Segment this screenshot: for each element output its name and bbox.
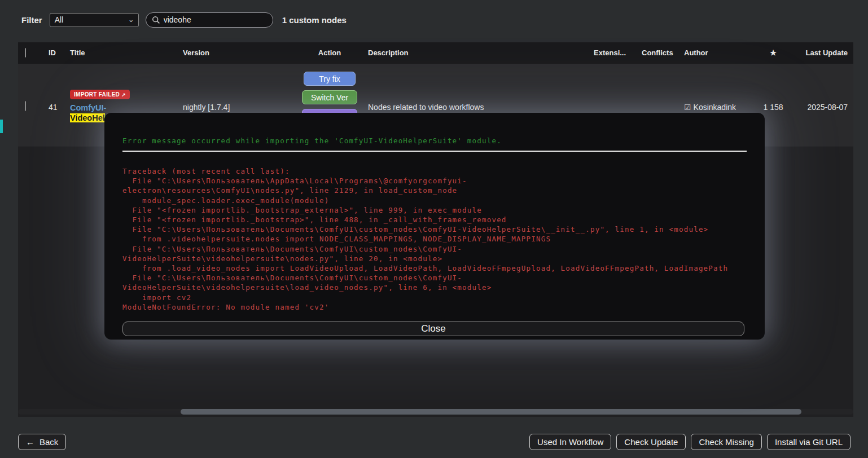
column-header-author: Author	[684, 49, 708, 57]
toolbar: Filter All ⌄ 1 custom nodes	[0, 0, 868, 39]
traceback-block: Traceback (most recent call last): File …	[122, 166, 747, 312]
traceback-line: electron\resources\ComfyUI\nodes.py", li…	[122, 186, 747, 195]
column-header-conflicts: Conflicts	[642, 49, 673, 57]
verified-checkbox-icon: ☑	[684, 103, 691, 112]
row-author: Kosinkadink	[694, 103, 737, 112]
import-failed-badge[interactable]: IMPORT FAILED ↗	[70, 90, 130, 99]
close-button[interactable]: Close	[122, 322, 744, 336]
traceback-line: File "<frozen importlib._bootstrap_exter…	[122, 205, 747, 215]
row-last-update: 2025-08-07	[795, 103, 848, 112]
check-update-button[interactable]: Check Update	[616, 434, 686, 450]
modal-divider	[122, 151, 747, 152]
traceback-line: VideoHelperSuite\videohelpersuite\load_v…	[122, 283, 747, 292]
column-header-title: Title	[70, 49, 183, 57]
external-link-icon: ↗	[121, 92, 126, 98]
traceback-line: from .load_video_nodes import LoadVideoU…	[122, 263, 747, 273]
column-header-id: ID	[49, 49, 56, 57]
row-version: nightly [1.7.4]	[183, 103, 230, 112]
column-header-version: Version	[183, 49, 209, 57]
traceback-line: ModuleNotFoundError: No module named 'cv…	[122, 302, 747, 312]
traceback-line: File "C:\Users\Пользователь\AppData\Loca…	[122, 176, 747, 186]
table-header: ID Title Version Action Description Exte…	[18, 42, 853, 64]
result-count: 1 custom nodes	[282, 15, 347, 25]
title-prefix: ComfyUI-	[70, 103, 106, 112]
traceback-line: VideoHelperSuite\videohelpersuite\nodes.…	[122, 254, 747, 263]
row-id: 41	[49, 103, 58, 112]
left-edge-accent	[0, 120, 3, 133]
back-arrow-icon: ←	[26, 437, 34, 447]
column-header-last-update: Last Update	[795, 49, 848, 57]
row-author-cell: ☑ Kosinkadink	[684, 103, 736, 112]
try-fix-button[interactable]: Try fix	[304, 72, 356, 86]
row-checkbox[interactable]	[25, 101, 26, 111]
traceback-line: File "<frozen importlib._bootstrap>", li…	[122, 215, 747, 224]
import-error-modal: Error message occurred while importing t…	[104, 113, 765, 340]
traceback-line: File "C:\Users\Пользователь\Documents\Co…	[122, 244, 747, 254]
horizontal-scrollbar-thumb[interactable]	[181, 409, 801, 415]
select-all-checkbox[interactable]	[25, 48, 26, 58]
traceback-line: import cv2	[122, 293, 747, 302]
traceback-line: module_spec.loader.exec_module(module)	[122, 196, 747, 205]
used-in-workflow-button[interactable]: Used In Workflow	[529, 434, 611, 450]
traceback-line: File "C:\Users\Пользователь\Documents\Co…	[122, 273, 747, 283]
column-header-action: Action	[282, 49, 378, 57]
filter-select-value: All	[55, 15, 64, 24]
filter-label: Filter	[21, 15, 42, 25]
filter-select[interactable]: All ⌄	[50, 13, 139, 27]
back-button[interactable]: ← Back	[18, 434, 66, 450]
error-message: Error message occurred while importing t…	[122, 136, 747, 145]
chevron-down-icon: ⌄	[128, 15, 134, 24]
install-via-git-url-button[interactable]: Install via Git URL	[767, 434, 851, 450]
search-box[interactable]	[146, 12, 273, 28]
traceback-line: File "C:\Users\Пользователь\Documents\Co…	[122, 224, 747, 234]
title-search-highlight: VideoHel	[70, 113, 105, 122]
check-missing-button[interactable]: Check Missing	[691, 434, 762, 450]
column-header-extensions: Extensi...	[594, 49, 634, 57]
footer-bar: ← Back Used In Workflow Check Update Che…	[0, 425, 868, 458]
row-stars: 1 158	[761, 103, 786, 112]
switch-version-button[interactable]: Switch Ver	[302, 90, 357, 104]
column-header-star: ★	[761, 49, 786, 57]
search-icon	[152, 16, 160, 24]
horizontal-scrollbar	[18, 409, 853, 415]
traceback-line: from .videohelpersuite.nodes import NODE…	[122, 234, 747, 244]
traceback-line: Traceback (most recent call last):	[122, 166, 747, 176]
row-description: Nodes related to video workflows	[368, 103, 484, 112]
column-header-description: Description	[368, 49, 409, 57]
search-input[interactable]	[164, 15, 260, 24]
